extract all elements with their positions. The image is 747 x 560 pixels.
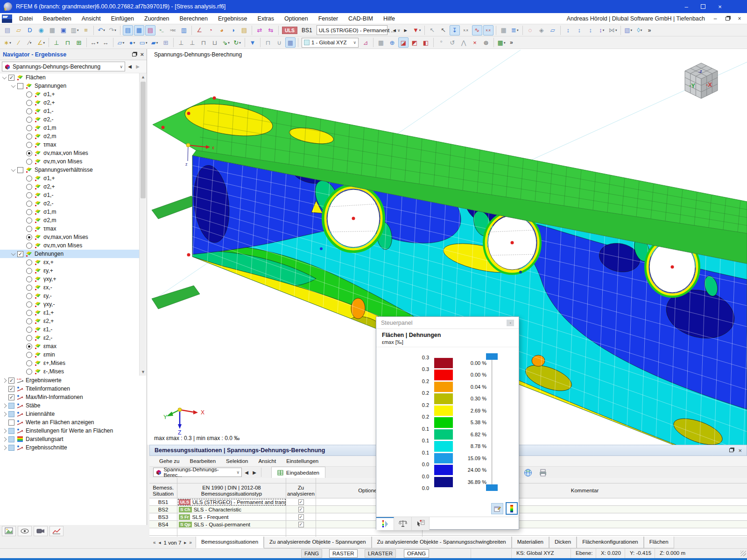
support-node-icon[interactable]: ⊥ xyxy=(176,37,186,48)
edit-panel-button[interactable] xyxy=(491,503,503,514)
color-scale-button[interactable] xyxy=(506,502,518,515)
tree-item[interactable]: σv,max,von Mises xyxy=(0,149,139,157)
radio-button[interactable] xyxy=(26,117,32,123)
mesh-settings-icon[interactable]: ⊕ xyxy=(387,37,397,48)
situation-type-cell[interactable]: S FrSLS - Frequent xyxy=(177,513,286,521)
protractor-blue-icon[interactable]: ◑ xyxy=(228,25,238,35)
float-table-icon[interactable] xyxy=(729,448,733,452)
tree-item[interactable]: Werte an Flächen anzeigen xyxy=(0,418,147,427)
surface-new-icon[interactable]: ▱▾ xyxy=(116,37,126,48)
float-panel-icon[interactable] xyxy=(132,53,136,56)
tree-item[interactable]: ✓Dehnungen xyxy=(0,250,139,258)
solid-view-icon[interactable]: ◈ xyxy=(536,25,547,35)
radio-button[interactable] xyxy=(26,301,32,308)
next-page-icon[interactable]: ▸ xyxy=(184,540,186,545)
bottom-tab[interactable]: Dicken xyxy=(549,537,577,548)
tree-item[interactable]: εy,+ xyxy=(0,266,139,275)
line-new-icon[interactable]: ∕ xyxy=(14,37,24,48)
mesh-show-icon[interactable]: ▦ xyxy=(376,37,386,48)
open-file-icon[interactable]: ▱ xyxy=(14,25,24,35)
radio-button[interactable] xyxy=(26,318,32,324)
table-next-button[interactable]: ▶ xyxy=(251,468,258,476)
move-z-icon[interactable]: ↕ xyxy=(585,25,596,35)
tree-item[interactable]: σ1,m xyxy=(0,208,139,216)
situation-type-cell[interactable]: S QpSLS - Quasi-permanent xyxy=(177,521,286,528)
member-set-icon[interactable]: ⊓ xyxy=(63,37,73,48)
tree-item[interactable]: Einstellungen für Werte an Flächen xyxy=(0,427,147,435)
protractor-red-icon[interactable]: ◔ xyxy=(205,25,216,35)
table-grid-icon[interactable]: ▦ xyxy=(134,25,144,35)
radio-button[interactable] xyxy=(26,369,32,375)
scroll-thumb[interactable] xyxy=(141,82,146,198)
bottom-tab[interactable]: Materialien xyxy=(512,537,549,548)
tree-item[interactable]: ✓Ergebniswerte xyxy=(0,376,147,385)
checkbox[interactable] xyxy=(8,411,14,417)
tree-item[interactable]: σ1,+ xyxy=(0,90,139,98)
workplane-xz-icon[interactable]: ◧ xyxy=(421,37,431,48)
load-rotate-icon[interactable]: ↻▾ xyxy=(232,37,242,48)
menu-item-hilfe[interactable]: Hilfe xyxy=(378,13,400,24)
radio-button[interactable] xyxy=(26,159,32,165)
tab-filter[interactable] xyxy=(412,517,430,530)
tree-item[interactable]: σv,m,von Mises xyxy=(0,241,139,250)
radio-button[interactable] xyxy=(26,209,32,215)
table-category-select[interactable]: Spannungs-Dehnungs-Berec... ∨ xyxy=(153,468,242,477)
mdi-close-button[interactable]: × xyxy=(734,14,745,23)
legend-slider-bottom-handle[interactable] xyxy=(486,484,498,491)
collapse-icon[interactable] xyxy=(11,167,16,172)
checkbox[interactable]: ✓ xyxy=(8,75,14,81)
next-icon[interactable]: ▸ xyxy=(401,25,411,35)
maximize-button[interactable] xyxy=(695,1,712,12)
dim-x-icon[interactable]: ↔▾ xyxy=(89,37,99,48)
pin-panel-icon[interactable]: ▪ xyxy=(507,320,514,326)
new-model-icon[interactable]: ▤ xyxy=(2,25,13,35)
table-menu-selektion[interactable]: Selektion xyxy=(221,456,253,467)
view-graph-icon[interactable]: ⊿ xyxy=(360,37,371,48)
close-button[interactable]: × xyxy=(712,1,728,12)
tree-item[interactable]: ✓Titelinformationen xyxy=(0,385,147,393)
menu-item-berechnen[interactable]: Berechnen xyxy=(175,13,213,24)
menu-item-datei[interactable]: Datei xyxy=(14,13,38,24)
network-icon[interactable]: ◉ xyxy=(36,25,46,35)
render-wire-icon[interactable]: ◊▾ xyxy=(634,25,645,35)
console-icon[interactable]: »_ xyxy=(156,25,167,35)
results-display-icon[interactable]: ▦ xyxy=(285,37,296,48)
radio-button[interactable] xyxy=(26,217,32,224)
save-icon[interactable]: ▣ xyxy=(58,25,69,35)
tab-color-scale[interactable] xyxy=(376,517,394,530)
tree-item[interactable]: σ2,- xyxy=(0,199,139,208)
delete-result-icon[interactable]: × xyxy=(470,37,480,48)
bottom-tab[interactable]: Zu analysierende Objekte - Spannungen xyxy=(264,537,372,548)
bottom-tab[interactable]: Flächen xyxy=(644,537,674,548)
display-properties-button[interactable] xyxy=(2,526,16,536)
radio-button[interactable] xyxy=(26,268,32,274)
table-prev-button[interactable]: ◀ xyxy=(243,468,250,476)
tree-item[interactable]: Darstellungsart xyxy=(0,435,147,443)
pointer-select-icon[interactable]: ↖ xyxy=(427,25,437,35)
menu-item-zuordnen[interactable]: Zuordnen xyxy=(139,13,175,24)
workplane-yz-icon[interactable]: ◩ xyxy=(409,37,420,48)
tree-item[interactable]: Liniennähte xyxy=(0,410,147,418)
redo-icon[interactable]: ↷▾ xyxy=(107,25,118,35)
tree-item[interactable]: σ2,m xyxy=(0,132,139,140)
sc-window-icon[interactable]: >sc xyxy=(168,25,178,35)
print-graphic-icon[interactable]: ▦ xyxy=(499,25,509,35)
table-export-icon[interactable]: ▦▾ xyxy=(496,37,507,48)
print-preview-icon[interactable]: ▦ xyxy=(47,25,57,35)
toolbar-combobox[interactable]: ULS (STR/GEO) - Permanent ...∨ xyxy=(317,25,388,35)
move-y-icon[interactable]: ↕ xyxy=(574,25,585,35)
first-page-icon[interactable]: « xyxy=(153,540,156,545)
radio-button[interactable] xyxy=(26,293,32,299)
show-values-icon[interactable]: ↧ xyxy=(450,25,460,35)
tree-item[interactable]: ✓Max/Min-Informationen xyxy=(0,393,147,401)
checkbox[interactable] xyxy=(8,420,14,426)
tree-item[interactable]: γxy,+ xyxy=(0,275,139,283)
legend-slider-track[interactable] xyxy=(491,360,493,490)
checkbox[interactable] xyxy=(17,167,23,173)
radio-button[interactable] xyxy=(26,201,32,207)
tree-item[interactable]: σ1,m xyxy=(0,124,139,132)
radio-button[interactable] xyxy=(26,184,32,190)
node-new-icon[interactable]: ∗▾ xyxy=(2,37,13,48)
situation-type-cell[interactable]: ULSULS (STR/GEO) - Permanent and transie… xyxy=(177,498,286,506)
tree-item[interactable]: σ1,- xyxy=(0,107,139,115)
